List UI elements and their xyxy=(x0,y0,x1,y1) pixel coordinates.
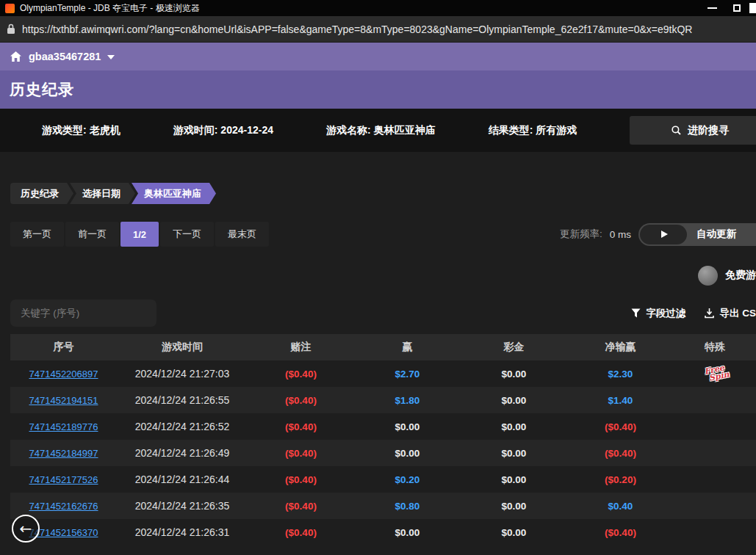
cell-id: 7471452194151 xyxy=(10,387,117,413)
account-bar: gbaa35467281 xyxy=(0,43,756,70)
cell-bet: ($0.40) xyxy=(248,387,354,413)
filter-result-type: 结果类型:所有游戏 xyxy=(489,124,577,137)
cell-bet: ($0.40) xyxy=(248,466,354,493)
breadcrumb-game[interactable]: 奥林匹亚神庙 xyxy=(132,183,216,204)
home-icon[interactable] xyxy=(10,51,22,62)
back-button[interactable]: ← xyxy=(12,515,40,543)
cell-bet: ($0.40) xyxy=(248,440,354,466)
breadcrumb-date[interactable]: 选择日期 xyxy=(70,183,135,204)
last-page-button[interactable]: 最末页 xyxy=(215,222,269,247)
cell-net: ($0.40) xyxy=(567,519,674,545)
cell-jackpot: $0.00 xyxy=(461,440,567,466)
free-spin-badge: FreeSpin xyxy=(700,363,730,383)
auto-update-toggle[interactable]: 自动更新 xyxy=(638,223,756,246)
cell-win: $0.00 xyxy=(354,413,461,440)
cell-id: 7471452189776 xyxy=(10,413,117,440)
cell-jackpot: $0.00 xyxy=(461,413,567,440)
app-window: OlympianTemple - JDB 夺宝电子 - 极速浏览器 https:… xyxy=(0,0,756,555)
prev-page-button[interactable]: 前一页 xyxy=(65,222,119,247)
filter-bar: 游戏类型:老虎机 游戏时间:2024-12-24 游戏名称:奥林匹亚神庙 结果类… xyxy=(0,109,756,152)
first-page-button[interactable]: 第一页 xyxy=(10,222,64,247)
table-row: 74714522068972024/12/24 21:27:03($0.40)$… xyxy=(10,360,756,387)
chevron-down-icon[interactable] xyxy=(107,55,115,59)
refresh-group: 更新频率: 0 ms 自动更新 xyxy=(560,223,756,246)
back-arrow-icon: ← xyxy=(20,521,32,536)
breadcrumb-history[interactable]: 历史纪录 xyxy=(10,183,73,204)
round-id-link[interactable]: 7471452162676 xyxy=(29,501,98,512)
header-jackpot: 彩金 xyxy=(461,334,567,360)
search-icon xyxy=(672,126,681,135)
next-page-button[interactable]: 下一页 xyxy=(160,222,214,247)
header-id: 序号 xyxy=(10,334,117,360)
cell-time: 2024/12/24 21:26:52 xyxy=(117,413,248,440)
current-page-indicator[interactable]: 1/2 xyxy=(120,222,159,247)
header-bet: 赌注 xyxy=(248,334,354,360)
cell-win: $1.80 xyxy=(354,387,461,413)
cell-special xyxy=(674,387,756,413)
table-row: 74714521941512024/12/24 21:26:55($0.40)$… xyxy=(10,387,756,413)
browser-urlbar: https://txthbf.awimqwri.com/?lang=cn&hom… xyxy=(0,16,756,43)
cell-time: 2024/12/24 21:27:03 xyxy=(117,360,248,387)
table-header: 序号 游戏时间 赌注 赢 彩金 净输赢 特殊 xyxy=(10,334,756,360)
username: gbaa35467281 xyxy=(29,51,101,62)
cell-special: FreeSpin xyxy=(674,360,756,387)
cell-special xyxy=(674,413,756,440)
cell-net: ($0.20) xyxy=(567,466,674,493)
search-row: 字段过滤 导出 CS xyxy=(10,300,756,327)
cell-id: 7471452206897 xyxy=(10,360,117,387)
table-row: 74714521626762024/12/24 21:26:35($0.40)$… xyxy=(10,493,756,519)
cell-win: $0.00 xyxy=(354,440,461,466)
round-id-link[interactable]: 7471452206897 xyxy=(29,369,98,380)
minimize-icon[interactable] xyxy=(708,7,717,9)
cell-jackpot: $0.00 xyxy=(461,387,567,413)
header-net: 净输赢 xyxy=(567,334,674,360)
window-title: OlympianTemple - JDB 夺宝电子 - 极速浏览器 xyxy=(20,2,200,15)
advanced-search-button[interactable]: 进阶搜寻 xyxy=(630,116,756,145)
filter-game-name: 游戏名称:奥林匹亚神庙 xyxy=(326,124,436,137)
auto-update-label: 自动更新 xyxy=(696,228,736,241)
cell-bet: ($0.40) xyxy=(248,413,354,440)
filter-game-type: 游戏类型:老虎机 xyxy=(42,124,120,137)
url-field[interactable]: https://txthbf.awimqwri.com/?lang=cn&hom… xyxy=(22,23,692,35)
cell-bet: ($0.40) xyxy=(248,519,354,545)
refresh-rate-label: 更新频率: xyxy=(560,228,602,241)
free-games-icon[interactable] xyxy=(698,266,718,286)
round-id-link[interactable]: 7471452184997 xyxy=(29,448,98,459)
field-filter-button[interactable]: 字段过滤 xyxy=(631,307,685,320)
table-row: 74714521897762024/12/24 21:26:52($0.40)$… xyxy=(10,413,756,440)
round-id-link[interactable]: 7471452177526 xyxy=(29,474,98,485)
cell-special xyxy=(674,493,756,519)
header-special: 特殊 xyxy=(674,334,756,360)
history-table-body: 74714522068972024/12/24 21:27:03($0.40)$… xyxy=(10,360,756,545)
cell-id: 7471452177526 xyxy=(10,466,117,493)
lock-icon xyxy=(7,23,15,35)
header-win: 赢 xyxy=(354,334,461,360)
cell-net: $1.40 xyxy=(567,387,674,413)
keyword-search-input[interactable] xyxy=(10,300,156,327)
table-row: 74714521849972024/12/24 21:26:49($0.40)$… xyxy=(10,440,756,466)
browser-favicon-icon xyxy=(5,4,15,13)
export-csv-button[interactable]: 导出 CS xyxy=(705,307,756,320)
history-table: 序号 游戏时间 赌注 赢 彩金 净输赢 特殊 74714522068972024… xyxy=(10,334,756,545)
table-row: 74714521563702024/12/24 21:26:31($0.40)$… xyxy=(10,519,756,545)
close-icon[interactable] xyxy=(749,3,756,13)
round-id-link[interactable]: 7471452194151 xyxy=(29,395,98,406)
cell-id: 7471452184997 xyxy=(10,440,117,466)
cell-net: ($0.40) xyxy=(567,440,674,466)
table-row: 74714521775262024/12/24 21:26:44($0.40)$… xyxy=(10,466,756,493)
table-tools: 字段过滤 导出 CS xyxy=(631,307,756,320)
page-title-band: 历史纪录 xyxy=(0,70,756,109)
round-id-link[interactable]: 7471452189776 xyxy=(29,421,98,432)
toggle-knob[interactable] xyxy=(640,225,687,244)
free-games-row: 免费游 xyxy=(0,264,756,286)
pagination-bar: 第一页 前一页 1/2 下一页 最末页 更新频率: 0 ms 自动更新 xyxy=(10,222,756,247)
cell-time: 2024/12/24 21:26:31 xyxy=(117,519,248,545)
filter-game-time: 游戏时间:2024-12-24 xyxy=(173,124,273,137)
cell-bet: ($0.40) xyxy=(248,360,354,387)
maximize-icon[interactable] xyxy=(733,4,741,12)
cell-net: ($0.40) xyxy=(567,413,674,440)
cell-jackpot: $0.00 xyxy=(461,519,567,545)
page-title: 历史纪录 xyxy=(10,79,74,100)
cell-special xyxy=(674,519,756,545)
cell-net: $2.30 xyxy=(567,360,674,387)
